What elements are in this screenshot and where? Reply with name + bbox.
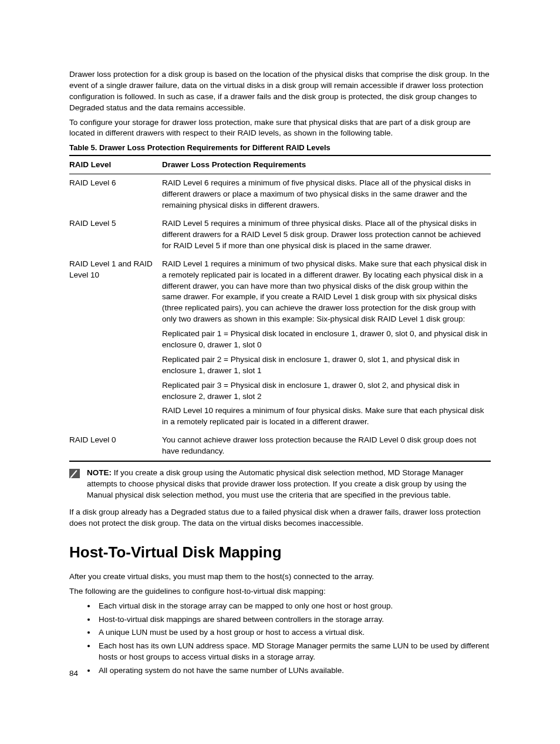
section-heading: Host-To-Virtual Disk Mapping [69,542,491,563]
table-caption: Table 5. Drawer Loss Protection Requirem… [69,143,491,153]
raid-level-cell: RAID Level 0 [69,431,162,461]
requirements-cell: RAID Level 5 requires a minimum of three… [162,215,491,255]
requirement-text: RAID Level 1 requires a minimum of two p… [162,259,488,325]
table-header-raid-level: RAID Level [69,155,162,174]
table-row: RAID Level 1 and RAID Level 10 RAID Leve… [69,255,491,431]
requirement-text: You cannot achieve drawer loss protectio… [162,435,488,457]
section-paragraph-1: After you create virtual disks, you must… [69,571,491,583]
requirement-text: Replicated pair 3 = Physical disk in enc… [162,380,488,403]
page-number: 84 [69,668,78,679]
list-item: Each virtual disk in the storage array c… [96,601,491,612]
guidelines-list: Each virtual disk in the storage array c… [69,601,491,677]
document-page: Drawer loss protection for a disk group … [0,0,560,744]
section-paragraph-2: The following are the guidelines to conf… [69,586,491,597]
raid-level-cell: RAID Level 5 [69,215,162,255]
note-label: NOTE: [87,468,112,477]
requirement-text: RAID Level 6 requires a minimum of five … [162,178,488,211]
note-block: NOTE: If you create a disk group using t… [69,468,491,501]
intro-paragraph-2: To configure your storage for drawer los… [69,117,491,140]
raid-level-cell: RAID Level 1 and RAID Level 10 [69,255,162,431]
note-icon [69,469,80,478]
requirements-cell: You cannot achieve drawer loss protectio… [162,431,491,461]
list-item: Each host has its own LUN address space.… [96,641,491,663]
requirement-text: RAID Level 5 requires a minimum of three… [162,218,488,252]
requirement-text: RAID Level 10 requires a minimum of four… [162,405,488,428]
table-row: RAID Level 0 You cannot achieve drawer l… [69,431,491,461]
raid-level-cell: RAID Level 6 [69,174,162,215]
table-row: RAID Level 6 RAID Level 6 requires a min… [69,174,491,215]
requirement-text: Replicated pair 1 = Physical disk locate… [162,329,488,351]
requirements-cell: RAID Level 6 requires a minimum of five … [162,174,491,215]
table-header-requirements: Drawer Loss Protection Requirements [162,155,491,174]
requirement-text: Replicated pair 2 = Physical disk in enc… [162,354,488,377]
after-note-paragraph: If a disk group already has a Degraded s… [69,507,491,529]
note-text: NOTE: If you create a disk group using t… [87,468,491,501]
intro-paragraph-1: Drawer loss protection for a disk group … [69,69,491,114]
requirements-cell: RAID Level 1 requires a minimum of two p… [162,255,491,431]
table-row: RAID Level 5 RAID Level 5 requires a min… [69,215,491,255]
list-item: All operating system do not have the sam… [96,665,491,677]
list-item: A unique LUN must be used by a host grou… [96,627,491,638]
raid-requirements-table: RAID Level Drawer Loss Protection Requir… [69,155,491,462]
note-body: If you create a disk group using the Aut… [87,468,467,499]
list-item: Host-to-virtual disk mappings are shared… [96,614,491,625]
